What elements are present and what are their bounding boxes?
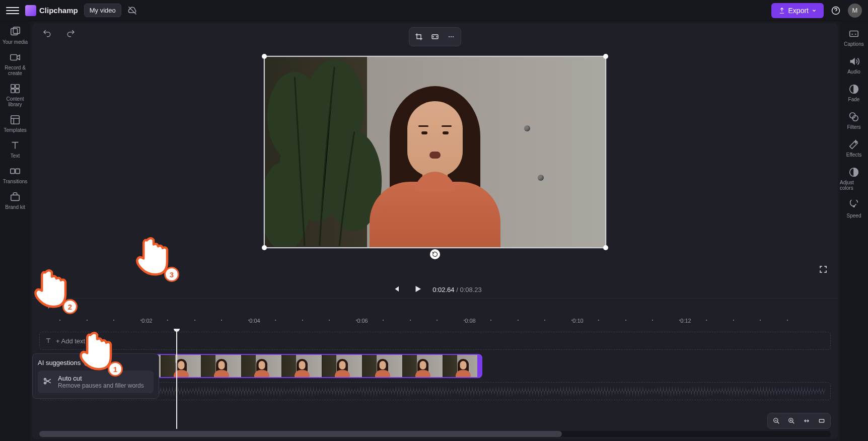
annotation-pointer-1: 1 [75, 328, 120, 374]
svg-rect-10 [11, 169, 15, 173]
stage: AI suggestions Auto cut Remove pauses an… [32, 23, 838, 439]
svg-rect-4 [11, 55, 17, 60]
top-bar: Clipchamp My video Export M [0, 0, 868, 21]
project-name[interactable]: My video [84, 4, 121, 17]
svg-rect-12 [11, 195, 20, 200]
audio-icon [848, 56, 859, 67]
clip-handle-right[interactable] [477, 355, 481, 377]
svg-rect-3 [13, 27, 20, 34]
time-current: 0:02.64 [432, 286, 454, 293]
avatar[interactable]: M [848, 4, 862, 18]
rail-text[interactable]: Text [0, 140, 30, 159]
export-label: Export [788, 7, 809, 15]
zoom-out-button[interactable] [769, 415, 783, 427]
annotation-badge-3: 3 [164, 267, 179, 282]
zoom-in-button[interactable] [784, 415, 799, 427]
scissors-sparkle-icon [42, 376, 53, 387]
rail-effects[interactable]: Effects [846, 139, 861, 158]
svg-rect-7 [11, 89, 15, 93]
fullscreen-button[interactable] [816, 264, 831, 276]
resize-handle-br[interactable] [603, 245, 608, 250]
briefcase-icon [10, 191, 21, 202]
brand-label: Clipchamp [39, 6, 78, 15]
resize-handle-tr[interactable] [603, 54, 608, 59]
cloud-sync-off-icon[interactable] [127, 6, 137, 16]
export-button[interactable]: Export [771, 3, 824, 18]
svg-point-24 [44, 382, 46, 384]
rail-brand-kit[interactable]: Brand kit [0, 191, 30, 210]
brand[interactable]: Clipchamp [25, 5, 78, 16]
svg-point-35 [853, 205, 855, 207]
rotate-handle[interactable] [430, 249, 440, 259]
fit-button[interactable] [427, 30, 443, 44]
timeline-ruler[interactable]: 0:020:040:060:080:100:12 [32, 315, 838, 329]
captions-icon [848, 28, 859, 39]
ai-item-title: Auto cut [58, 375, 144, 382]
crop-button[interactable] [411, 30, 426, 44]
filters-icon [848, 111, 859, 122]
text-icon [45, 337, 52, 344]
svg-point-16 [453, 36, 454, 37]
upload-icon [778, 7, 785, 14]
speed-icon [848, 200, 859, 211]
annotation-pointer-3: 3 [131, 234, 176, 279]
svg-rect-8 [16, 89, 19, 93]
play-button[interactable] [410, 284, 425, 296]
ai-auto-cut-item[interactable]: Auto cut Remove pauses and filler words [38, 371, 154, 393]
help-icon[interactable] [830, 5, 842, 17]
timeline-scrollbar[interactable] [39, 431, 831, 437]
media-icon [10, 26, 21, 37]
svg-point-23 [44, 378, 46, 380]
right-rail: Captions Audio Fade Filters Effects Adju… [840, 21, 868, 441]
templates-icon [10, 114, 21, 125]
camera-icon [10, 52, 21, 63]
rail-content-library[interactable]: Content library [0, 83, 30, 107]
svg-rect-30 [850, 31, 858, 37]
video-preview [265, 57, 605, 247]
svg-rect-5 [11, 85, 15, 88]
svg-rect-9 [11, 116, 20, 124]
wand-icon [848, 139, 859, 150]
video-frame[interactable] [264, 56, 606, 248]
preview-toolbar [409, 27, 461, 46]
annotation-badge-2: 2 [62, 299, 78, 314]
svg-point-15 [451, 36, 452, 37]
waveform [90, 386, 825, 397]
rail-transitions[interactable]: Transitions [0, 166, 30, 184]
brand-icon [25, 5, 36, 16]
rail-filters[interactable]: Filters [847, 111, 860, 130]
fade-icon [848, 84, 859, 95]
text-track[interactable]: + Add text [39, 332, 831, 350]
svg-point-14 [449, 36, 450, 37]
rail-audio[interactable]: Audio [847, 56, 860, 75]
text-icon [10, 140, 21, 151]
contrast-icon [848, 167, 859, 178]
rail-speed[interactable]: Speed [847, 200, 861, 218]
time-duration: 0:08.23 [460, 286, 481, 293]
library-icon [10, 83, 21, 94]
skip-back-button[interactable] [388, 284, 403, 296]
timeline-tools [32, 299, 838, 315]
menu-icon[interactable] [6, 4, 19, 17]
svg-line-0 [128, 7, 136, 14]
svg-rect-11 [16, 169, 20, 173]
resize-handle-tl[interactable] [262, 54, 267, 59]
rail-your-media[interactable]: Your media [0, 26, 30, 45]
chevron-down-icon [812, 8, 817, 13]
more-button[interactable] [444, 30, 459, 44]
rail-adjust-colors[interactable]: Adjust colors [840, 167, 868, 191]
zoom-clip-button[interactable] [815, 415, 829, 427]
playhead[interactable] [176, 329, 177, 429]
ai-item-desc: Remove pauses and filler words [58, 382, 144, 389]
rail-fade[interactable]: Fade [848, 84, 860, 102]
transitions-icon [10, 166, 21, 177]
svg-rect-29 [819, 419, 824, 422]
zoom-fit-button[interactable] [800, 415, 814, 427]
resize-handle-bl[interactable] [262, 245, 267, 250]
rail-captions[interactable]: Captions [844, 28, 863, 47]
rail-templates[interactable]: Templates [0, 114, 30, 133]
time-display: 0:02.64 / 0:08.23 [432, 286, 482, 293]
rail-record-create[interactable]: Record & create [0, 52, 30, 76]
svg-rect-6 [16, 85, 19, 88]
timeline-scrollbar-thumb[interactable] [39, 431, 562, 437]
